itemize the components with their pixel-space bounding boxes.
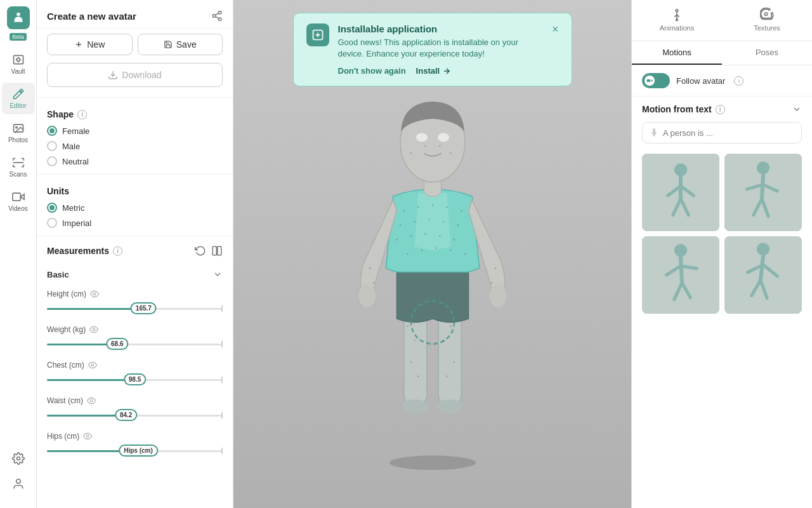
svg-point-14: [16, 457, 20, 460]
action-buttons: New Save: [37, 29, 233, 60]
shape-option-male[interactable]: Male: [47, 141, 223, 151]
shape-label: Shape: [47, 109, 74, 119]
share-button[interactable]: [211, 10, 223, 22]
sidebar-item-label: Vault: [11, 68, 25, 75]
weight-visibility-icon[interactable]: [89, 325, 98, 334]
sidebar-item-photos[interactable]: Photos: [2, 117, 35, 149]
height-thumb[interactable]: 165.7: [131, 302, 157, 314]
toast-notification: Installable application Good news! This …: [293, 13, 572, 86]
follow-avatar-label: Follow avatar: [676, 76, 725, 86]
weight-thumb[interactable]: 68.6: [106, 338, 128, 350]
toggle-camera-icon: [645, 76, 655, 86]
radio-male[interactable]: [47, 141, 57, 151]
sidebar-item-scans[interactable]: Scans: [2, 151, 35, 183]
radio-imperial[interactable]: [47, 218, 57, 228]
motion-text-input[interactable]: [663, 128, 795, 138]
tab-poses[interactable]: Poses: [722, 41, 812, 65]
svg-point-42: [416, 133, 427, 142]
reset-icon[interactable]: [195, 245, 206, 257]
svg-rect-89: [646, 79, 650, 82]
hips-thumb[interactable]: Hips (cm): [119, 444, 158, 457]
sidebar-item-editor[interactable]: Editor: [2, 83, 35, 114]
chest-measurement: Chest (cm) 98.5: [47, 356, 223, 391]
right-bottom-tabs: Motions Poses: [632, 41, 812, 65]
svg-line-20: [215, 13, 218, 15]
svg-point-54: [428, 218, 429, 220]
waist-slider[interactable]: 84.2: [47, 409, 223, 422]
svg-point-35: [390, 455, 476, 470]
left-panel: Create a new avatar New Save: [37, 0, 233, 508]
motion-card-4[interactable]: [724, 236, 802, 314]
svg-point-68: [424, 145, 426, 147]
units-option-metric[interactable]: Metric: [47, 203, 223, 213]
shape-section: Shape i Female Male Neutral: [37, 100, 233, 171]
units-imperial-label: Imperial: [62, 218, 91, 228]
sidebar-item-settings[interactable]: [2, 447, 35, 470]
svg-point-82: [446, 375, 448, 377]
hips-visibility-icon[interactable]: [83, 432, 92, 441]
save-button[interactable]: Save: [138, 34, 223, 55]
download-button[interactable]: Download: [47, 63, 223, 87]
main-canvas[interactable]: Installable application Good news! This …: [233, 0, 631, 508]
units-option-imperial[interactable]: Imperial: [47, 218, 223, 228]
svg-point-67: [410, 152, 412, 154]
tab-textures[interactable]: Textures: [722, 0, 812, 41]
hips-slider[interactable]: Hips (cm): [47, 444, 223, 457]
shape-option-female[interactable]: Female: [47, 126, 223, 136]
svg-point-61: [453, 239, 455, 241]
compare-icon[interactable]: [211, 245, 223, 257]
radio-neutral[interactable]: [47, 156, 57, 166]
toast-message: Good news! This application is installab…: [338, 37, 543, 60]
svg-point-70: [449, 152, 451, 154]
toast-content: Installable application Good news! This …: [338, 23, 543, 76]
units-section: Units Metric Imperial: [37, 177, 233, 233]
follow-avatar-info-icon[interactable]: i: [734, 76, 743, 86]
toast-dismiss-button[interactable]: Don't show again: [338, 66, 406, 76]
basic-section-header[interactable]: Basic: [47, 264, 223, 284]
sidebar-item-vault[interactable]: Vault: [2, 48, 35, 80]
height-visibility-icon[interactable]: [90, 290, 99, 298]
motion-text-chevron-icon[interactable]: [792, 104, 802, 114]
units-metric-label: Metric: [62, 203, 84, 213]
follow-avatar-toggle[interactable]: [642, 73, 670, 88]
shape-info-icon[interactable]: i: [77, 110, 87, 119]
toast-close-button[interactable]: ×: [552, 23, 559, 35]
shape-neutral-label: Neutral: [62, 157, 89, 166]
waist-thumb[interactable]: 84.2: [115, 409, 137, 421]
tab-motions[interactable]: Motions: [632, 41, 722, 65]
measurements-info-icon[interactable]: i: [113, 246, 122, 256]
svg-point-39: [436, 399, 462, 414]
hips-value: Hips (cm): [124, 447, 153, 454]
sidebar-item-videos[interactable]: Videos: [2, 185, 35, 217]
chest-slider[interactable]: 98.5: [47, 373, 223, 386]
tab-animations[interactable]: Animations: [632, 0, 722, 41]
sidebar-item-profile[interactable]: [2, 472, 35, 495]
svg-point-53: [414, 221, 416, 223]
radio-metric[interactable]: [47, 203, 57, 213]
units-label: Units: [47, 186, 69, 196]
svg-point-64: [435, 248, 437, 250]
height-slider[interactable]: 165.7: [47, 302, 223, 315]
shape-option-neutral[interactable]: Neutral: [47, 156, 223, 166]
svg-point-17: [213, 15, 216, 18]
chest-thumb[interactable]: 98.5: [124, 373, 146, 385]
svg-point-69: [438, 145, 440, 147]
measurements-header: Measurements i: [37, 239, 233, 260]
svg-point-72: [372, 282, 374, 284]
motion-from-text-label: Motion from text: [642, 104, 712, 114]
svg-point-83: [676, 10, 678, 12]
radio-female[interactable]: [47, 126, 57, 136]
motion-from-text-info-icon[interactable]: i: [716, 105, 725, 114]
motion-card-2[interactable]: [724, 154, 802, 231]
weight-slider[interactable]: 68.6: [47, 338, 223, 351]
sidebar-item-label: Scans: [10, 171, 27, 178]
chest-visibility-icon[interactable]: [88, 361, 97, 370]
svg-rect-3: [13, 55, 23, 64]
motion-card-3[interactable]: [642, 236, 719, 314]
motion-card-1[interactable]: [642, 154, 719, 231]
toast-install-button[interactable]: Install: [416, 66, 452, 76]
motion-text-input-wrapper[interactable]: [642, 122, 802, 144]
svg-point-73: [494, 267, 496, 269]
waist-visibility-icon[interactable]: [87, 396, 96, 405]
new-button[interactable]: New: [47, 34, 133, 55]
